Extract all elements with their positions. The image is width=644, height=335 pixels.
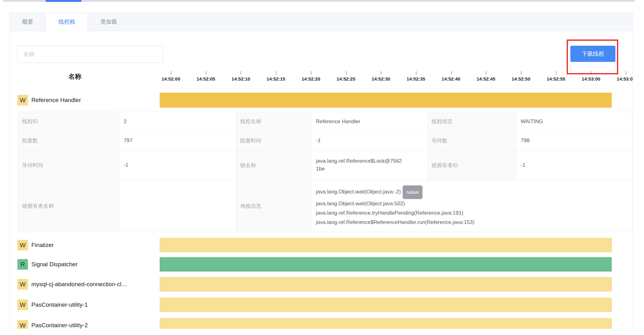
timeline-tick-label: 14:52:55 <box>542 76 570 81</box>
detail-label: 等待时间 <box>18 150 119 180</box>
detail-value: java.lang.ref.Reference$Lock@75621be <box>311 150 428 180</box>
detail-label: 阻塞数 <box>18 131 119 150</box>
timeline-tick-mark <box>626 71 626 75</box>
timeline-tick-label: 14:52:40 <box>437 76 465 81</box>
thread-name: Reference Handler <box>31 93 81 108</box>
detail-value: Reference Handler <box>311 112 428 131</box>
timeline-tick-mark <box>346 71 346 75</box>
timeline-tick-label: 14:52:00 <box>157 76 185 81</box>
detail-value: 798 <box>516 131 632 150</box>
browser-tabstrip-active-indicator <box>46 0 81 2</box>
timeline-tick-mark <box>521 71 521 75</box>
stack-trace-line: java.lang.Object.wait(Object.java:-2)nat… <box>316 185 632 199</box>
detail-label: 锁拥有者名称 <box>18 180 119 232</box>
thread-state-badge: W <box>17 320 28 329</box>
timeline-tick-mark <box>416 71 416 75</box>
thread-name: mysql-cj-abandoned-connection-cl… <box>31 277 127 291</box>
thread-detail-table: 线程ID2线程名称Reference Handler线程状态WAITING阻塞数… <box>18 112 632 232</box>
detail-value: -1 <box>516 150 632 180</box>
detail-label: 阻塞时间 <box>236 131 311 150</box>
thread-state-badge: W <box>17 240 28 250</box>
detail-label: 锁拥有者ID <box>428 150 516 180</box>
tab-class-loading[interactable]: 类加载 <box>88 13 130 31</box>
thread-timeline-bar[interactable] <box>160 93 612 108</box>
thread-timeline-bar[interactable] <box>160 238 612 252</box>
timeline-tick-label: 14:53:05 <box>612 76 633 81</box>
timeline-tick-label: 14:53:00 <box>577 76 605 81</box>
thread-row[interactable]: WPasContainer-utility-1 <box>10 298 633 312</box>
thread-name-search-input[interactable] <box>17 45 163 63</box>
timeline-tick-label: 14:52:05 <box>192 76 220 81</box>
thread-row[interactable]: WPasContainer-utility-2 <box>10 318 633 329</box>
thread-row[interactable]: WReference Handler <box>10 93 633 108</box>
timeline-tick-mark <box>486 71 486 75</box>
stack-trace-line: java.lang.Object.wait(Object.java:502) <box>316 199 632 208</box>
name-column-header: 名称 <box>53 72 97 81</box>
thread-name: Finalizer <box>31 238 54 252</box>
thread-timeline-bar[interactable] <box>160 277 612 291</box>
timeline-tick-label: 14:52:35 <box>402 76 430 81</box>
timeline-tick-mark <box>276 71 276 75</box>
timeline-tick-label: 14:52:10 <box>226 76 255 81</box>
detail-label: 线程ID <box>18 112 119 131</box>
thread-name: Signal Dispatcher <box>31 257 78 272</box>
detail-value: 2 <box>119 112 236 131</box>
detail-value: -1 <box>311 131 428 150</box>
timeline-tick-mark <box>381 71 381 75</box>
timeline-tick-mark <box>451 71 451 75</box>
thread-state-badge: W <box>17 279 28 290</box>
thread-stack-panel: 概要 线程栈 类加载 下载线程 名称 14:52:0014:52:0514:52… <box>9 13 633 329</box>
timeline-tick-mark <box>556 71 556 75</box>
timeline-tick-label: 14:52:45 <box>472 76 500 81</box>
stack-trace-line: java.lang.ref.Reference.tryHandlePending… <box>316 208 632 218</box>
stack-trace-line: java.lang.ref.Reference$ReferenceHandler… <box>316 218 632 227</box>
thread-row[interactable]: RSignal Dispatcher <box>10 257 633 272</box>
tab-thread-stack[interactable]: 线程栈 <box>46 13 88 31</box>
timeline-tick-label: 14:52:50 <box>507 76 535 81</box>
panel-tabbar: 概要 线程栈 类加载 <box>10 13 633 31</box>
detail-label: 锁名称 <box>236 150 311 180</box>
thread-row[interactable]: Wmysql-cj-abandoned-connection-cl… <box>10 277 633 291</box>
detail-label: 等待数 <box>428 131 516 150</box>
timeline-tick-mark <box>311 71 311 75</box>
timeline-tick-label: 14:52:15 <box>262 76 290 81</box>
detail-value <box>119 180 236 232</box>
download-threads-button[interactable]: 下载线程 <box>570 46 615 62</box>
thread-timeline-bar[interactable] <box>160 298 612 312</box>
detail-label: 堆栈信息 <box>236 180 311 232</box>
thread-state-badge: W <box>17 300 28 310</box>
thread-name: PasContainer-utility-2 <box>31 318 88 329</box>
detail-label: 线程状态 <box>428 112 516 131</box>
window-scrollbar-track[interactable] <box>640 0 640 335</box>
detail-value: WAITING <box>516 112 632 131</box>
thread-timeline-bar[interactable] <box>160 257 612 272</box>
detail-label: 线程名称 <box>236 112 311 131</box>
thread-row[interactable]: WFinalizer <box>10 238 633 252</box>
timeline-tick-mark <box>206 71 206 75</box>
thread-name: PasContainer-utility-1 <box>31 298 88 312</box>
thread-state-badge: W <box>17 95 28 105</box>
timeline-tick-label: 14:52:30 <box>367 76 395 81</box>
timeline-tick-label: 14:52:20 <box>297 76 325 81</box>
timeline-tick-mark <box>171 71 171 75</box>
timeline-tick-label: 14:52:25 <box>332 76 360 81</box>
tab-overview[interactable]: 概要 <box>10 13 46 31</box>
native-method-tag: native <box>403 185 422 199</box>
browser-tabstrip-remnant <box>3 0 635 2</box>
thread-timeline-bar[interactable] <box>160 318 612 329</box>
detail-value: -1 <box>119 150 236 180</box>
stack-trace-cell: java.lang.Object.wait(Object.java:-2)nat… <box>311 180 632 232</box>
timeline-tick-mark <box>241 71 241 75</box>
detail-value: 797 <box>119 131 236 150</box>
thread-state-badge: R <box>17 259 28 270</box>
timeline-tick-mark <box>591 71 591 75</box>
